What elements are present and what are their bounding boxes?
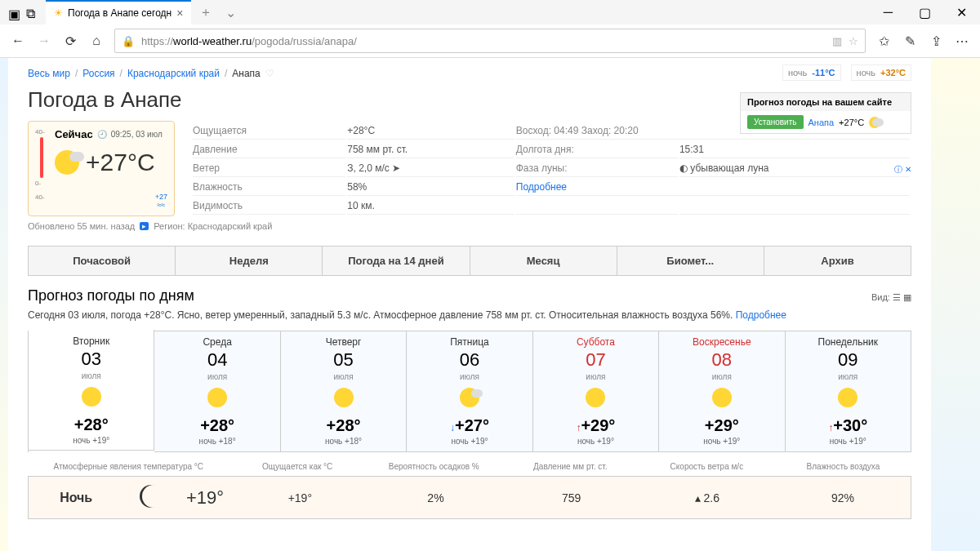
metric-precip: Вероятность осадков % — [366, 459, 502, 474]
daylength-label: Долгота дня: — [516, 141, 678, 158]
details-table: Ощущается+28°CВосход: 04:49 Заход: 20:20… — [191, 121, 911, 216]
humidity-label: Влажность — [193, 179, 345, 196]
maximize-button[interactable]: ▢ — [906, 0, 943, 24]
thermometer-icon — [40, 137, 43, 178]
day-number: 05 — [284, 349, 403, 371]
night-feels: +19° — [232, 491, 368, 504]
home-button[interactable]: ⌂ — [88, 33, 105, 49]
day-card[interactable]: Вторник03июля+28°ночь +19° — [29, 329, 154, 451]
day-card[interactable]: Суббота07июля↑+29°ночь +19° — [533, 331, 659, 452]
humidity-value: 58% — [347, 179, 514, 196]
day-of-week: Четверг — [284, 336, 403, 348]
day-card[interactable]: Понедельник09июля↑+30°ночь +19° — [786, 331, 911, 452]
day-of-week: Суббота — [537, 336, 655, 348]
water-temp: +27≈≈ — [155, 193, 167, 209]
crumb-region[interactable]: Краснодарский край — [127, 68, 220, 79]
feels-value: +28°C — [347, 122, 514, 140]
now-label: Сейчас — [55, 128, 93, 140]
workspace-icon[interactable]: ▣ — [8, 7, 20, 18]
weather-icon — [82, 387, 101, 407]
region-icon: ▸ — [140, 222, 149, 230]
notes-icon[interactable]: ✎ — [902, 33, 918, 49]
breadcrumb: Весь мир/ Россия/ Краснодарский край/ Ан… — [28, 68, 911, 79]
browser-chrome: ▣ ⧉ ☀ Погода в Анапе сегодн × ＋ ⌄ ─ ▢ ✕ … — [0, 0, 980, 58]
visibility-label: Видимость — [193, 198, 345, 215]
details-more-link[interactable]: Подробнее — [516, 181, 567, 193]
region-label: Регион: Краснодарский край — [154, 221, 272, 231]
tab-archive[interactable]: Архив — [764, 247, 911, 275]
tab-week[interactable]: Неделя — [176, 247, 323, 275]
day-card[interactable]: Четверг05июля+28°ночь +18° — [281, 331, 407, 452]
day-number: 06 — [410, 349, 528, 371]
main-content: ночь-11°C ночь+32°C Прогноз погоды на ва… — [8, 58, 931, 551]
tab-hourly[interactable]: Почасовой — [29, 247, 176, 275]
day-card[interactable]: Пятница06июля↓+27°ночь +19° — [407, 331, 532, 452]
night-precip: 2% — [368, 491, 503, 504]
days-row: Вторник03июля+28°ночь +19°Среда04июля+28… — [28, 331, 911, 452]
day-month: июля — [789, 372, 907, 381]
day-card[interactable]: Воскресенье08июля+29°ночь +19° — [659, 331, 785, 452]
metric-feels: Ощущается как °C — [229, 459, 366, 474]
close-window-button[interactable]: ✕ — [943, 0, 980, 24]
sun-icon — [869, 117, 880, 128]
night-temp: +19° — [178, 487, 232, 509]
tab-active[interactable]: ☀ Погода в Анапе сегодн × — [46, 0, 191, 24]
back-button[interactable]: ← — [10, 33, 26, 49]
new-tab-button[interactable]: ＋ — [191, 4, 220, 21]
scale-mid: 0- — [35, 180, 48, 187]
sun-icon: ☀ — [54, 7, 63, 19]
tab-biomet[interactable]: Биомет... — [617, 247, 764, 275]
minimize-button[interactable]: ─ — [870, 0, 906, 24]
favorites-icon[interactable]: ✩ — [875, 33, 892, 49]
refresh-button[interactable]: ⟳ — [62, 33, 78, 49]
feels-label: Ощущается — [193, 122, 345, 140]
tab-month[interactable]: Месяц — [470, 247, 617, 275]
moon-icon — [140, 485, 163, 508]
night-row: Ночь +19° +19° 2% 759 ▴ 2.6 92% — [28, 476, 911, 519]
night-wind: ▴ 2.6 — [639, 491, 775, 504]
metric-wind: Скорость ветра м/с — [639, 459, 775, 474]
widget-temp: +27°C — [839, 118, 864, 127]
day-high: ↑+29° — [537, 416, 655, 435]
updated-info: Обновлено 55 мин. назад ▸ Регион: Красно… — [28, 221, 911, 231]
metric-phenom: Атмосферные явления температура °C — [28, 459, 229, 474]
day-of-week: Воскресенье — [662, 336, 781, 348]
day-number: 03 — [32, 349, 150, 370]
day-card[interactable]: Среда04июля+28°ночь +18° — [154, 331, 280, 452]
crumb-country[interactable]: Россия — [82, 68, 114, 79]
widget-city-link[interactable]: Анапа — [808, 118, 835, 127]
weather-icon — [586, 388, 605, 407]
forecast-tabs: Почасовой Неделя Погода на 14 дней Месяц… — [28, 246, 911, 276]
summary-more-link[interactable]: Подробнее — [736, 309, 786, 321]
install-button[interactable]: Установить — [747, 115, 804, 129]
crumb-world[interactable]: Весь мир — [28, 68, 70, 79]
widget-promo-title: Прогноз погоды на вашем сайте — [741, 93, 911, 111]
heart-icon[interactable]: ♡ — [265, 68, 274, 79]
weather-icon — [207, 388, 227, 407]
address-bar[interactable]: 🔒 https://world-weather.ru/pogoda/russia… — [114, 29, 866, 53]
metrics-header: Атмосферные явления температура °C Ощуща… — [28, 459, 911, 474]
forecast-summary: Сегодня 03 июля, погода +28°C. Ясно, вет… — [28, 308, 911, 322]
day-high: +28° — [284, 416, 403, 435]
night-humidity: 92% — [775, 491, 911, 504]
forward-button[interactable]: → — [36, 33, 52, 49]
current-time: 09:25, 03 июл — [111, 130, 163, 139]
pressure-value: 758 мм рт. ст. — [347, 141, 514, 158]
inbox-icon[interactable]: ⧉ — [26, 7, 38, 18]
moon-icon: ◐ — [679, 162, 688, 174]
more-icon[interactable]: ⋯ — [954, 33, 970, 49]
share-icon[interactable]: ⇪ — [928, 33, 944, 49]
lock-icon: 🔒 — [122, 35, 135, 47]
right-gradient — [931, 58, 980, 551]
day-month: июля — [158, 372, 276, 381]
ad-choices-icon[interactable]: ⓘ ✕ — [894, 164, 911, 176]
day-number: 04 — [158, 349, 276, 371]
reader-icon[interactable]: ▥ — [832, 35, 842, 47]
view-toggle[interactable]: Вид: ☰ ▦ — [871, 292, 911, 303]
tabs-dropdown-icon[interactable]: ⌄ — [220, 5, 241, 20]
day-number: 07 — [537, 349, 655, 371]
favorite-icon[interactable]: ☆ — [849, 35, 858, 47]
night-pressure: 759 — [504, 491, 639, 504]
close-icon[interactable]: × — [176, 7, 183, 20]
tab-14days[interactable]: Погода на 14 дней — [323, 247, 470, 275]
